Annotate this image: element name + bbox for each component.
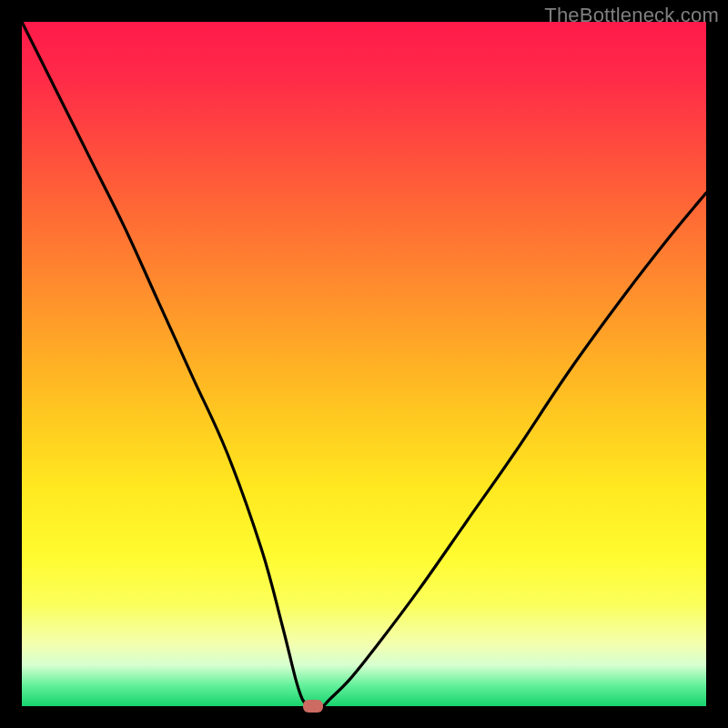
plot-area [22, 22, 706, 706]
curve-svg [22, 22, 706, 706]
watermark-text: TheBottleneck.com [544, 4, 719, 27]
bottleneck-curve-path [22, 22, 706, 707]
chart-frame: TheBottleneck.com [0, 0, 728, 728]
optimal-marker [303, 700, 323, 713]
